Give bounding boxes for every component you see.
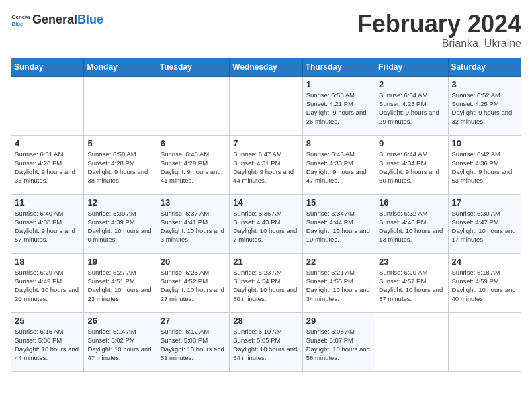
day-info: Sunrise: 6:39 AM Sunset: 4:39 PM Dayligh… bbox=[87, 209, 152, 244]
calendar-day-cell: 6Sunrise: 6:48 AM Sunset: 4:29 PM Daylig… bbox=[157, 135, 229, 194]
day-info: Sunrise: 6:32 AM Sunset: 4:46 PM Dayligh… bbox=[379, 209, 444, 244]
calendar-body: 1Sunrise: 6:55 AM Sunset: 4:21 PM Daylig… bbox=[11, 76, 521, 371]
calendar-day-cell: 22Sunrise: 6:21 AM Sunset: 4:55 PM Dayli… bbox=[302, 253, 375, 312]
day-number: 15 bbox=[306, 197, 371, 208]
day-number: 13 bbox=[161, 197, 226, 208]
day-info: Sunrise: 6:42 AM Sunset: 4:36 PM Dayligh… bbox=[452, 150, 517, 185]
day-info: Sunrise: 6:27 AM Sunset: 4:51 PM Dayligh… bbox=[87, 268, 152, 304]
calendar-day-cell: 13Sunrise: 6:37 AM Sunset: 4:41 PM Dayli… bbox=[157, 194, 229, 253]
calendar-day-cell bbox=[11, 76, 84, 135]
page-header: General Blue GeneralBlue February 2024 B… bbox=[11, 11, 521, 50]
day-number: 16 bbox=[379, 197, 444, 208]
day-number: 29 bbox=[306, 316, 371, 326]
day-number: 9 bbox=[379, 138, 444, 148]
day-info: Sunrise: 6:30 AM Sunset: 4:47 PM Dayligh… bbox=[452, 209, 517, 244]
day-info: Sunrise: 6:20 AM Sunset: 4:57 PM Dayligh… bbox=[379, 268, 444, 304]
calendar-day-cell: 12Sunrise: 6:39 AM Sunset: 4:39 PM Dayli… bbox=[84, 194, 157, 253]
day-of-week-header: Thursday bbox=[302, 58, 375, 76]
day-number: 28 bbox=[233, 316, 298, 326]
day-info: Sunrise: 6:34 AM Sunset: 4:44 PM Dayligh… bbox=[306, 209, 371, 244]
calendar-day-cell: 7Sunrise: 6:47 AM Sunset: 4:31 PM Daylig… bbox=[230, 135, 302, 194]
calendar-week-row: 4Sunrise: 6:51 AM Sunset: 4:26 PM Daylig… bbox=[11, 135, 521, 194]
calendar-day-cell bbox=[84, 76, 157, 135]
day-info: Sunrise: 6:14 AM Sunset: 5:02 PM Dayligh… bbox=[87, 327, 152, 363]
calendar-day-cell bbox=[157, 76, 229, 135]
calendar-day-cell: 2Sunrise: 6:54 AM Sunset: 4:23 PM Daylig… bbox=[375, 76, 448, 135]
day-info: Sunrise: 6:16 AM Sunset: 5:00 PM Dayligh… bbox=[15, 327, 80, 363]
day-info: Sunrise: 6:54 AM Sunset: 4:23 PM Dayligh… bbox=[379, 91, 444, 126]
calendar-day-cell: 5Sunrise: 6:50 AM Sunset: 4:28 PM Daylig… bbox=[84, 135, 157, 194]
calendar-day-cell: 3Sunrise: 6:52 AM Sunset: 4:25 PM Daylig… bbox=[448, 76, 521, 135]
calendar-day-cell: 19Sunrise: 6:27 AM Sunset: 4:51 PM Dayli… bbox=[84, 253, 157, 312]
days-of-week-row: SundayMondayTuesdayWednesdayThursdayFrid… bbox=[11, 58, 521, 76]
day-number: 23 bbox=[379, 257, 444, 267]
logo-general-text: General bbox=[32, 13, 77, 26]
calendar-day-cell: 10Sunrise: 6:42 AM Sunset: 4:36 PM Dayli… bbox=[448, 135, 521, 194]
calendar-day-cell: 15Sunrise: 6:34 AM Sunset: 4:44 PM Dayli… bbox=[302, 194, 375, 253]
day-number: 1 bbox=[306, 79, 371, 89]
calendar-day-cell: 25Sunrise: 6:16 AM Sunset: 5:00 PM Dayli… bbox=[11, 312, 84, 371]
day-number: 5 bbox=[87, 138, 152, 148]
month-title: February 2024 bbox=[357, 11, 521, 38]
calendar-table: SundayMondayTuesdayWednesdayThursdayFrid… bbox=[11, 58, 521, 372]
day-info: Sunrise: 6:23 AM Sunset: 4:54 PM Dayligh… bbox=[233, 268, 298, 304]
day-number: 22 bbox=[306, 257, 371, 267]
day-number: 7 bbox=[233, 138, 298, 148]
calendar-week-row: 25Sunrise: 6:16 AM Sunset: 5:00 PM Dayli… bbox=[11, 312, 521, 371]
day-info: Sunrise: 6:55 AM Sunset: 4:21 PM Dayligh… bbox=[306, 91, 371, 126]
day-number: 21 bbox=[233, 257, 298, 267]
day-info: Sunrise: 6:50 AM Sunset: 4:28 PM Dayligh… bbox=[87, 150, 152, 185]
day-info: Sunrise: 6:21 AM Sunset: 4:55 PM Dayligh… bbox=[306, 268, 371, 304]
day-number: 10 bbox=[452, 138, 517, 148]
day-of-week-header: Sunday bbox=[11, 58, 84, 76]
calendar-day-cell: 26Sunrise: 6:14 AM Sunset: 5:02 PM Dayli… bbox=[84, 312, 157, 371]
day-number: 27 bbox=[161, 316, 226, 326]
title-block: February 2024 Brianka, Ukraine bbox=[357, 11, 521, 50]
calendar-day-cell: 14Sunrise: 6:36 AM Sunset: 4:43 PM Dayli… bbox=[230, 194, 302, 253]
day-info: Sunrise: 6:48 AM Sunset: 4:29 PM Dayligh… bbox=[161, 150, 226, 185]
day-number: 3 bbox=[452, 79, 517, 89]
calendar-day-cell: 4Sunrise: 6:51 AM Sunset: 4:26 PM Daylig… bbox=[11, 135, 84, 194]
calendar-day-cell: 28Sunrise: 6:10 AM Sunset: 5:05 PM Dayli… bbox=[230, 312, 302, 371]
calendar-day-cell: 20Sunrise: 6:25 AM Sunset: 4:52 PM Dayli… bbox=[157, 253, 229, 312]
location-subtitle: Brianka, Ukraine bbox=[357, 38, 521, 50]
calendar-day-cell: 21Sunrise: 6:23 AM Sunset: 4:54 PM Dayli… bbox=[230, 253, 302, 312]
day-info: Sunrise: 6:51 AM Sunset: 4:26 PM Dayligh… bbox=[15, 150, 80, 185]
day-of-week-header: Friday bbox=[375, 58, 448, 76]
day-info: Sunrise: 6:12 AM Sunset: 5:03 PM Dayligh… bbox=[161, 327, 226, 363]
calendar-day-cell: 29Sunrise: 6:08 AM Sunset: 5:07 PM Dayli… bbox=[302, 312, 375, 371]
day-info: Sunrise: 6:47 AM Sunset: 4:31 PM Dayligh… bbox=[233, 150, 298, 185]
day-of-week-header: Saturday bbox=[448, 58, 521, 76]
day-number: 6 bbox=[161, 138, 226, 148]
day-info: Sunrise: 6:40 AM Sunset: 4:38 PM Dayligh… bbox=[15, 209, 80, 244]
day-info: Sunrise: 6:10 AM Sunset: 5:05 PM Dayligh… bbox=[233, 327, 298, 363]
day-number: 8 bbox=[306, 138, 371, 148]
calendar-week-row: 1Sunrise: 6:55 AM Sunset: 4:21 PM Daylig… bbox=[11, 76, 521, 135]
calendar-day-cell bbox=[230, 76, 302, 135]
day-info: Sunrise: 6:45 AM Sunset: 4:33 PM Dayligh… bbox=[306, 150, 371, 185]
logo-icon: General Blue bbox=[11, 11, 30, 30]
day-number: 14 bbox=[233, 197, 298, 208]
day-number: 4 bbox=[15, 138, 80, 148]
calendar-week-row: 11Sunrise: 6:40 AM Sunset: 4:38 PM Dayli… bbox=[11, 194, 521, 253]
day-info: Sunrise: 6:29 AM Sunset: 4:49 PM Dayligh… bbox=[15, 268, 80, 304]
day-of-week-header: Tuesday bbox=[157, 58, 229, 76]
calendar-day-cell: 17Sunrise: 6:30 AM Sunset: 4:47 PM Dayli… bbox=[448, 194, 521, 253]
day-of-week-header: Monday bbox=[84, 58, 157, 76]
calendar-day-cell bbox=[375, 312, 448, 371]
day-number: 17 bbox=[452, 197, 517, 208]
calendar-day-cell: 27Sunrise: 6:12 AM Sunset: 5:03 PM Dayli… bbox=[157, 312, 229, 371]
day-of-week-header: Wednesday bbox=[230, 58, 302, 76]
calendar-day-cell: 1Sunrise: 6:55 AM Sunset: 4:21 PM Daylig… bbox=[302, 76, 375, 135]
calendar-day-cell: 24Sunrise: 6:18 AM Sunset: 4:59 PM Dayli… bbox=[448, 253, 521, 312]
svg-text:Blue: Blue bbox=[12, 21, 24, 27]
day-number: 19 bbox=[87, 257, 152, 267]
day-info: Sunrise: 6:25 AM Sunset: 4:52 PM Dayligh… bbox=[161, 268, 226, 304]
day-number: 25 bbox=[15, 316, 80, 326]
calendar-day-cell: 11Sunrise: 6:40 AM Sunset: 4:38 PM Dayli… bbox=[11, 194, 84, 253]
calendar-day-cell: 9Sunrise: 6:44 AM Sunset: 4:34 PM Daylig… bbox=[375, 135, 448, 194]
day-number: 18 bbox=[15, 257, 80, 267]
calendar-day-cell: 18Sunrise: 6:29 AM Sunset: 4:49 PM Dayli… bbox=[11, 253, 84, 312]
calendar-day-cell: 16Sunrise: 6:32 AM Sunset: 4:46 PM Dayli… bbox=[375, 194, 448, 253]
logo: General Blue GeneralBlue bbox=[11, 11, 103, 30]
